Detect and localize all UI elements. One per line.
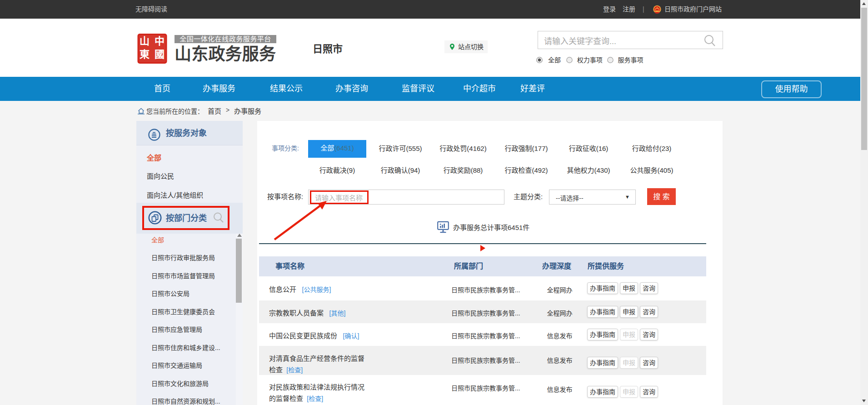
svg-text:山: 山 bbox=[140, 35, 150, 47]
svg-text:中: 中 bbox=[155, 35, 165, 47]
svg-text:國: 國 bbox=[155, 49, 165, 60]
svg-text:東: 東 bbox=[140, 49, 150, 60]
